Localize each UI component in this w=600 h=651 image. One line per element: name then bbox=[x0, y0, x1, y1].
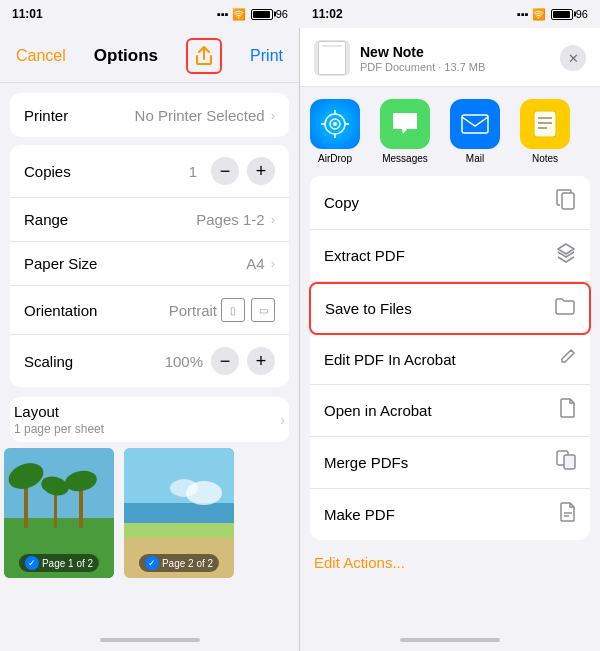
doc-icon bbox=[314, 40, 350, 76]
battery-pct: 96 bbox=[276, 8, 288, 20]
status-time-left: 11:01 bbox=[12, 7, 43, 21]
range-label: Range bbox=[24, 211, 68, 228]
share-icon bbox=[195, 46, 213, 66]
options-title: Options bbox=[94, 46, 158, 66]
svg-point-16 bbox=[333, 122, 337, 126]
save-to-files-icon bbox=[555, 297, 575, 320]
merge-svg bbox=[556, 450, 576, 470]
layout-chevron-icon: › bbox=[280, 412, 285, 428]
copies-decrement-button[interactable]: − bbox=[211, 157, 239, 185]
status-bar: 11:01 ▪▪▪ 🛜 96 11:02 ▪▪▪ 🛜 96 bbox=[0, 0, 600, 28]
printer-label: Printer bbox=[24, 107, 68, 124]
battery-icon bbox=[251, 9, 273, 20]
copies-value: 1 bbox=[183, 163, 203, 180]
edit-pdf-action[interactable]: Edit PDF In Acrobat bbox=[310, 335, 590, 385]
doc-info: New Note PDF Document · 13.7 MB bbox=[314, 40, 485, 76]
folder-svg bbox=[555, 297, 575, 315]
copies-label: Copies bbox=[24, 163, 71, 180]
orientation-value: Portrait ▯ ▭ bbox=[169, 298, 275, 322]
print-button[interactable]: Print bbox=[250, 47, 283, 65]
page-1-check: ✓ bbox=[25, 556, 39, 570]
status-icons-left: ▪▪▪ 🛜 96 bbox=[217, 8, 288, 21]
more-item bbox=[586, 99, 600, 164]
extract-pdf-icon bbox=[556, 243, 576, 268]
paper-size-value: A4 › bbox=[246, 255, 275, 272]
page-thumb-1[interactable]: ✓ Page 1 of 2 bbox=[4, 448, 114, 578]
save-to-files-label: Save to Files bbox=[325, 300, 412, 317]
messages-label: Messages bbox=[382, 153, 428, 164]
make-pdf-icon bbox=[560, 502, 576, 527]
printer-row[interactable]: Printer No Printer Selected › bbox=[10, 93, 289, 137]
edit-actions-button[interactable]: Edit Actions... bbox=[300, 540, 600, 586]
notes-icon bbox=[520, 99, 570, 149]
scaling-decrement-button[interactable]: − bbox=[211, 347, 239, 375]
notes-svg bbox=[533, 110, 557, 138]
scaling-value: 100% bbox=[165, 353, 203, 370]
edit-pdf-icon bbox=[558, 348, 576, 371]
page-2-check: ✓ bbox=[145, 556, 159, 570]
home-indicator-left bbox=[100, 638, 200, 642]
chevron-icon: › bbox=[271, 256, 275, 271]
airdrop-svg bbox=[321, 110, 349, 138]
svg-rect-22 bbox=[534, 111, 556, 137]
open-acrobat-label: Open in Acrobat bbox=[324, 402, 432, 419]
print-options-section: Copies 1 − + Range Pages 1-2 › Pap bbox=[10, 145, 289, 387]
airdrop-icon bbox=[310, 99, 360, 149]
airdrop-item[interactable]: AirDrop bbox=[306, 99, 364, 164]
landscape-icon[interactable]: ▭ bbox=[251, 298, 275, 322]
copies-increment-button[interactable]: + bbox=[247, 157, 275, 185]
merge-pdfs-action[interactable]: Merge PDFs bbox=[310, 437, 590, 489]
cancel-button[interactable]: Cancel bbox=[16, 47, 66, 65]
notes-item[interactable]: Notes bbox=[516, 99, 574, 164]
copies-stepper: 1 − + bbox=[183, 157, 275, 185]
wifi-icon-right: 🛜 bbox=[532, 8, 546, 21]
chevron-icon: › bbox=[271, 212, 275, 227]
action-list: Copy Extract PDF bbox=[310, 176, 590, 540]
wifi-icon: 🛜 bbox=[232, 8, 246, 21]
doc-meta: PDF Document · 13.7 MB bbox=[360, 61, 485, 73]
status-time-right: 11:02 bbox=[312, 7, 343, 21]
edit-svg bbox=[558, 348, 576, 366]
messages-item[interactable]: Messages bbox=[376, 99, 434, 164]
range-value: Pages 1-2 › bbox=[196, 211, 275, 228]
make-pdf-svg bbox=[560, 502, 576, 522]
layout-row[interactable]: Layout 1 page per sheet › bbox=[10, 397, 289, 442]
portrait-icon[interactable]: ▯ bbox=[221, 298, 245, 322]
printer-value: No Printer Selected › bbox=[135, 107, 275, 124]
messages-icon bbox=[380, 99, 430, 149]
edit-actions-label: Edit Actions... bbox=[314, 554, 405, 571]
make-pdf-action[interactable]: Make PDF bbox=[310, 489, 590, 540]
orientation-label: Orientation bbox=[24, 302, 97, 319]
printer-section: Printer No Printer Selected › bbox=[10, 93, 289, 137]
make-pdf-label: Make PDF bbox=[324, 506, 395, 523]
range-row[interactable]: Range Pages 1-2 › bbox=[10, 198, 289, 242]
svg-rect-26 bbox=[562, 193, 574, 209]
page-2-label: ✓ Page 2 of 2 bbox=[139, 554, 219, 572]
copy-action[interactable]: Copy bbox=[310, 176, 590, 230]
copy-label: Copy bbox=[324, 194, 359, 211]
paper-size-row[interactable]: Paper Size A4 › bbox=[10, 242, 289, 286]
mail-icon bbox=[450, 99, 500, 149]
share-button[interactable] bbox=[186, 38, 222, 74]
mail-item[interactable]: Mail bbox=[446, 99, 504, 164]
extract-pdf-action[interactable]: Extract PDF bbox=[310, 230, 590, 282]
home-indicator-right bbox=[400, 638, 500, 642]
doc-name: New Note bbox=[360, 44, 485, 60]
svg-rect-28 bbox=[564, 455, 575, 469]
scaling-increment-button[interactable]: + bbox=[247, 347, 275, 375]
svg-rect-21 bbox=[462, 115, 488, 133]
right-bottom-bar bbox=[300, 629, 600, 651]
save-to-files-action[interactable]: Save to Files bbox=[309, 282, 591, 335]
open-acrobat-action[interactable]: Open in Acrobat bbox=[310, 385, 590, 437]
left-bottom-bar bbox=[0, 629, 299, 651]
share-header: New Note PDF Document · 13.7 MB ✕ bbox=[300, 28, 600, 87]
extract-svg bbox=[556, 243, 576, 263]
close-button[interactable]: ✕ bbox=[560, 45, 586, 71]
edit-pdf-label: Edit PDF In Acrobat bbox=[324, 351, 456, 368]
scaling-label: Scaling bbox=[24, 353, 73, 370]
page-thumb-2[interactable]: ✓ Page 2 of 2 bbox=[124, 448, 234, 578]
layout-title: Layout bbox=[14, 403, 104, 420]
print-header: Cancel Options Print bbox=[0, 28, 299, 83]
merge-pdfs-label: Merge PDFs bbox=[324, 454, 408, 471]
extract-pdf-label: Extract PDF bbox=[324, 247, 405, 264]
